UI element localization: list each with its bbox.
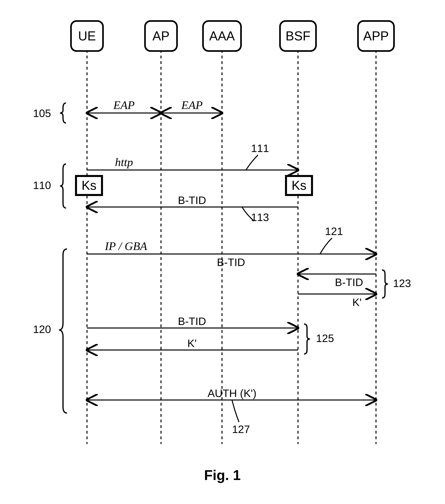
brace-110 — [60, 164, 66, 208]
group-110-label: 110 — [33, 179, 51, 191]
brace-120 — [59, 249, 67, 413]
msg-eap-ue-ap-label: EAP — [113, 99, 135, 112]
callout-121 — [320, 238, 332, 254]
actor-app: APP — [358, 21, 394, 51]
ks-bsf: Ks — [286, 176, 312, 195]
actor-ue-label: UE — [78, 29, 96, 43]
msg-btid-123-label: B-TID — [335, 276, 363, 288]
msg-ipgba-label: IP / GBA — [105, 240, 147, 252]
msg-kprime-123-label: K' — [352, 296, 362, 308]
callout-127-label: 127 — [232, 423, 250, 435]
brace-105 — [60, 103, 66, 123]
ks-bsf-label: Ks — [292, 178, 307, 193]
actor-ue: UE — [71, 21, 103, 51]
figure-label: Fig. 1 — [204, 468, 241, 483]
brace-125 — [304, 324, 310, 354]
actor-aaa-label: AAA — [209, 29, 235, 43]
sequence-diagram: UE AP AAA BSF APP EAP EAP 105 http 111 K… — [0, 0, 445, 504]
callout-123-label: 123 — [393, 277, 411, 289]
actor-bsf: BSF — [280, 21, 316, 51]
actor-ap: AP — [145, 21, 177, 51]
group-105-label: 105 — [33, 107, 51, 119]
msg-eap-ap-aaa-label: EAP — [181, 99, 203, 112]
actor-aaa: AAA — [203, 21, 241, 51]
actor-ap-label: AP — [152, 29, 169, 43]
msg-kprime-125-label: K' — [187, 337, 196, 349]
msg-btid-125-label: B-TID — [178, 315, 206, 327]
msg-http-label: http — [115, 156, 133, 169]
msg-auth-label: AUTH (K') — [208, 387, 256, 399]
brace-123 — [382, 270, 388, 298]
callout-111 — [246, 155, 258, 170]
msg-btid-110-label: B-TID — [178, 194, 206, 206]
callout-121-label: 121 — [325, 225, 343, 237]
ks-ue-label: Ks — [82, 178, 97, 193]
callout-113-label: 113 — [251, 211, 269, 223]
actor-bsf-label: BSF — [285, 29, 310, 43]
ks-ue: Ks — [76, 176, 102, 195]
group-120-label: 120 — [33, 323, 51, 335]
actor-app-label: APP — [363, 29, 389, 43]
callout-111-label: 111 — [251, 142, 269, 154]
msg-btid-121-label: B-TID — [217, 256, 245, 268]
callout-127 — [232, 400, 239, 422]
callout-125-label: 125 — [316, 332, 334, 344]
